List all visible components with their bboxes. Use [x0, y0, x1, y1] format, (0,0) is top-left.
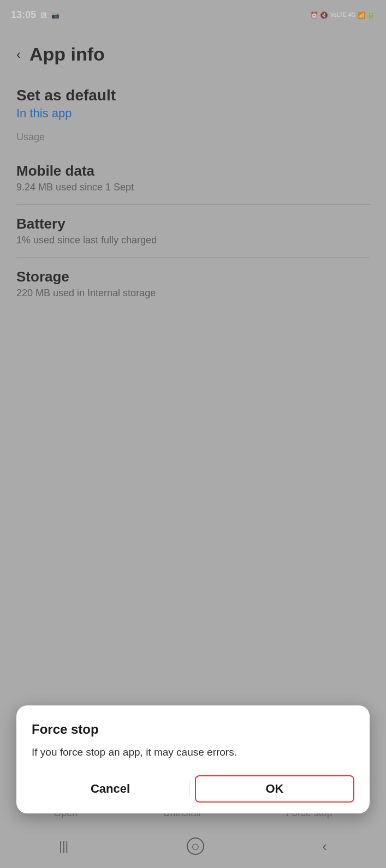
- force-stop-dialog: Force stop If you force stop an app, it …: [16, 705, 370, 814]
- dialog-button-divider: [189, 781, 189, 797]
- ok-button[interactable]: OK: [195, 775, 354, 803]
- dialog-message: If you force stop an app, it may cause e…: [32, 745, 354, 761]
- dialog-title: Force stop: [32, 722, 354, 737]
- dialog-buttons: Cancel OK: [32, 775, 354, 803]
- cancel-button[interactable]: Cancel: [32, 776, 189, 801]
